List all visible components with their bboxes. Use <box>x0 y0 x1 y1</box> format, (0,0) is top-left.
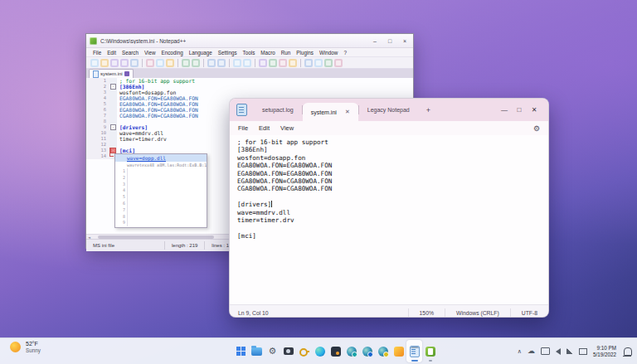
text-line[interactable]: wosfont=dosapp.fon <box>237 154 548 162</box>
save-icon[interactable] <box>110 59 119 67</box>
keys-app-button[interactable] <box>296 340 312 362</box>
edge-beta-button[interactable] <box>343 340 359 362</box>
cut-icon[interactable] <box>146 59 154 67</box>
npp-menu-tools[interactable]: Tools <box>243 50 255 56</box>
zoom-out-icon[interactable] <box>243 59 251 67</box>
scrollbar-thumb[interactable] <box>98 235 214 239</box>
text-line[interactable] <box>237 193 548 201</box>
text-line[interactable] <box>237 224 548 231</box>
sync-scroll-icon[interactable] <box>259 59 267 67</box>
text-line[interactable]: EGA80WOA.FON=EGA80WOA.FON <box>237 162 548 169</box>
show-all-characters-icon[interactable] <box>279 59 287 67</box>
doc-map-icon[interactable] <box>314 59 323 67</box>
network-icon[interactable] <box>566 348 573 354</box>
notepad-plus-plus-taskbar-button[interactable] <box>422 340 438 362</box>
autocomplete-row[interactable]: 6 <box>115 201 207 207</box>
notification-bell-icon[interactable] <box>624 347 632 356</box>
npp-minimize-button[interactable]: – <box>370 38 380 44</box>
autocomplete-row[interactable]: 3 <box>115 182 207 188</box>
paste-icon[interactable] <box>166 59 174 67</box>
notepad-tab-system-ini[interactable]: system.ini ✕ <box>303 103 358 121</box>
start-button[interactable] <box>233 340 249 362</box>
display-icon[interactable] <box>541 347 550 355</box>
npp-menu-view[interactable]: View <box>144 50 156 56</box>
code-line[interactable]: ; for 16-bit app support <box>117 78 195 84</box>
text-line[interactable]: wave=mmdrv.dll <box>237 209 548 216</box>
orange-app-button[interactable] <box>391 340 406 362</box>
find-icon[interactable] <box>207 59 216 67</box>
code-line[interactable] <box>117 119 119 124</box>
npp-maximize-button[interactable]: □ <box>385 38 395 44</box>
text-line[interactable]: EGA80WOA.FON=CGA80WOA.FON <box>237 177 548 185</box>
autocomplete-row[interactable]: 2 <box>115 175 207 182</box>
notepad-minimize-button[interactable]: — <box>497 106 512 114</box>
text-line[interactable]: EGA80WOA.FON=EGA80WOA.FON <box>237 170 548 177</box>
code-line[interactable]: EGA80WOA.FON=EGA80WOA.FON <box>117 101 198 107</box>
fold-toggle[interactable]: - <box>110 148 116 153</box>
new-tab-button[interactable]: + <box>426 106 430 114</box>
replace-icon[interactable] <box>217 59 226 67</box>
dark-app-button[interactable] <box>328 340 343 362</box>
notepad-taskbar-button[interactable] <box>406 340 422 362</box>
code-line[interactable] <box>117 142 119 148</box>
notepad-menu-edit[interactable]: Edit <box>259 124 270 132</box>
npp-menu-search[interactable]: Search <box>122 50 139 56</box>
npp-menu-help[interactable]: ? <box>343 50 347 56</box>
npp-menu-window[interactable]: Window <box>319 50 338 56</box>
npp-menu-plugins[interactable]: Plugins <box>296 50 314 56</box>
settings-gear-icon[interactable]: ⚙ <box>533 124 540 133</box>
text-line[interactable]: ; for 16-bit app support <box>237 138 548 146</box>
volume-icon[interactable] <box>556 348 561 355</box>
open-file-icon[interactable] <box>100 59 109 67</box>
code-line[interactable]: CGA80WOA.FON=CGA80WOA.FON <box>117 113 198 119</box>
word-wrap-icon[interactable] <box>269 59 277 67</box>
code-line[interactable]: [386Enh] <box>117 84 144 90</box>
autocomplete-selected-item[interactable]: wave=dopp.dll <box>115 154 207 162</box>
npp-menu-language[interactable]: Language <box>189 50 212 56</box>
print-icon[interactable] <box>130 59 139 67</box>
autocomplete-row[interactable]: 4 <box>115 187 207 194</box>
indent-guide-icon[interactable] <box>289 59 297 67</box>
text-line[interactable]: [drivers] <box>237 201 548 208</box>
code-line[interactable]: wave=mmdrv.dll <box>117 130 163 136</box>
monitoring-icon[interactable] <box>334 59 343 67</box>
scroll-left-arrow-icon[interactable]: ◄ <box>88 235 90 239</box>
file-explorer-button[interactable] <box>249 340 265 362</box>
notepad-editor[interactable]: ; for 16-bit app support [386Enh] wosfon… <box>230 135 548 304</box>
autocomplete-row[interactable]: 7 <box>115 207 207 214</box>
npp-menu-run[interactable]: Run <box>281 50 291 56</box>
text-line[interactable]: [mci] <box>237 232 548 240</box>
code-line[interactable]: wosfont=dosapp.fon <box>117 90 176 95</box>
npp-menu-encoding[interactable]: Encoding <box>162 50 183 56</box>
notepad-menu-file[interactable]: File <box>238 124 248 132</box>
user-language-icon[interactable] <box>304 59 313 67</box>
save-all-icon[interactable] <box>120 59 129 67</box>
code-line[interactable]: [mci] <box>117 148 135 153</box>
npp-tab-system-ini[interactable]: system.ini <box>89 69 134 78</box>
new-file-icon[interactable] <box>90 59 99 67</box>
autocomplete-row[interactable]: 8 <box>115 214 207 221</box>
zoom-in-icon[interactable] <box>233 59 241 67</box>
edge-button[interactable] <box>312 340 328 362</box>
autocomplete-row[interactable]: 9 <box>115 220 207 226</box>
notepad-maximize-button[interactable]: □ <box>512 106 527 114</box>
npp-close-button[interactable]: × <box>400 38 410 44</box>
code-line[interactable]: EGA80WOA.FON=CGA80WOA.FON <box>117 107 198 113</box>
notepad-menu-view[interactable]: View <box>280 124 294 132</box>
weather-widget[interactable]: 52°F Sunny <box>10 341 41 353</box>
notepad-tab-setupact-log[interactable]: setupact.log <box>254 101 302 119</box>
redo-icon[interactable] <box>192 59 200 67</box>
camera-button[interactable] <box>280 340 296 362</box>
hidden-icons-chevron[interactable]: ∧ <box>518 348 522 355</box>
fold-toggle[interactable]: - <box>110 84 116 90</box>
close-tab-icon[interactable]: ✕ <box>345 109 350 115</box>
edge-canary-button[interactable] <box>375 340 391 362</box>
usb-icon[interactable] <box>579 348 587 355</box>
notepad-tab-legacy-notepad[interactable]: Legacy Notepad <box>359 101 418 119</box>
code-line[interactable]: timer=timer.drv <box>117 136 167 142</box>
npp-menu-file[interactable]: File <box>93 50 101 56</box>
text-line[interactable]: [386Enh] <box>237 146 548 153</box>
onedrive-cloud-icon[interactable]: ☁ <box>528 347 535 355</box>
function-list-icon[interactable] <box>324 59 333 67</box>
npp-menu-settings[interactable]: Settings <box>218 50 237 56</box>
